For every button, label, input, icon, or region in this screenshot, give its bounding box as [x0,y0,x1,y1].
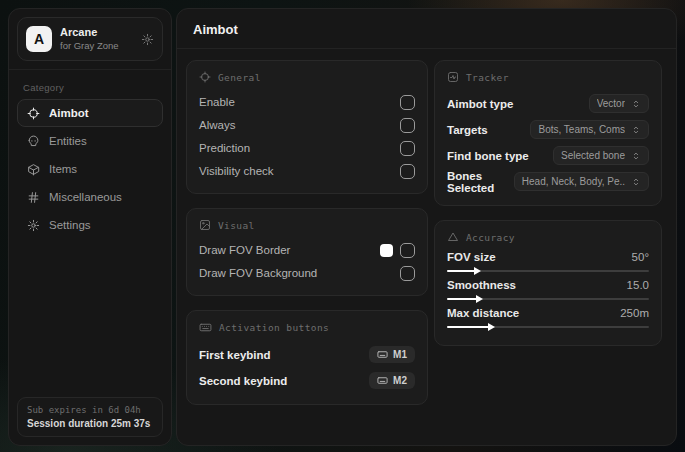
keybind-value: M2 [393,375,407,386]
card-title: Tracker [466,72,509,83]
row-label: Find bone type [447,150,529,162]
gear-icon[interactable] [141,33,154,46]
general-card-header: General [199,71,415,83]
sidebar: A Arcane for Gray Zone Category [8,8,172,446]
selected-value: Head, Neck, Body, Pe.. [522,176,625,187]
find-bone-type-row: Find bone type Selected bone [447,143,649,168]
accuracy-card: Accuracy FOV size 50° Smoothne [434,220,662,346]
selected-value: Vector [597,98,625,109]
subscription-info: Sub expires in 6d 04h Session duration 2… [17,397,163,437]
slider-fill [447,270,475,272]
row-label: Smoothness [447,279,516,291]
main-panel: Aimbot General Enable [176,8,677,446]
visual-row-fov-background: Draw FOV Background [199,262,415,284]
keyboard-icon [199,321,212,334]
chevrons-up-down-icon [631,99,641,109]
max-distance-row: Max distance 250m [447,307,649,328]
hash-icon [27,191,40,204]
box-icon [27,163,40,176]
chevrons-up-down-icon [631,125,641,135]
general-row-prediction: Prediction [199,137,415,159]
general-card: General Enable Always Prediction Visibil… [186,60,428,194]
draw-fov-background-checkbox[interactable] [400,266,415,281]
gear-icon [27,219,40,232]
slider-thumb[interactable] [476,295,483,303]
crosshair-icon [199,71,211,83]
visibility-check-checkbox[interactable] [400,164,415,179]
enable-checkbox[interactable] [400,95,415,110]
app-logo: A [26,26,52,52]
sidebar-item-label: Entities [49,135,87,147]
row-label: First keybind [199,349,271,361]
draw-fov-border-checkbox[interactable] [400,243,415,258]
slider-fill [447,326,489,328]
selected-value: Bots, Teams, Coms [538,124,625,135]
skull-icon [27,135,40,148]
smoothness-value: 15.0 [627,279,649,291]
sidebar-item-items[interactable]: Items [17,155,163,183]
sidebar-item-aimbot[interactable]: Aimbot [17,99,163,127]
left-column: General Enable Always Prediction Visibil… [186,60,428,405]
sidebar-item-miscellaneous[interactable]: Miscellaneous [17,183,163,211]
max-distance-slider[interactable] [447,326,649,328]
card-title: Visual [218,220,255,231]
aimbot-type-select[interactable]: Vector [589,94,649,113]
always-checkbox[interactable] [400,118,415,133]
card-title: General [218,72,261,83]
selected-value: Selected bone [561,150,625,161]
slider-thumb[interactable] [488,323,495,331]
second-keybind-row: Second keybind M2 [199,368,415,393]
visual-card-header: Visual [199,219,415,231]
prediction-checkbox[interactable] [400,141,415,156]
bones-selected-row: Bones Selected Head, Neck, Body, Pe.. [447,169,649,194]
session-duration-text: Session duration 25m 37s [27,418,153,429]
page-title: Aimbot [193,22,660,37]
aimbot-type-row: Aimbot type Vector [447,91,649,116]
fov-size-row: FOV size 50° [447,251,649,272]
row-label: Visibility check [199,165,274,177]
keyboard-icon [377,349,388,360]
general-row-enable: Enable [199,91,415,113]
row-label: Prediction [199,142,250,154]
tracker-card-header: Tracker [447,71,649,83]
smoothness-slider[interactable] [447,298,649,300]
slider-fill [447,298,477,300]
row-label: Enable [199,96,235,108]
targets-select[interactable]: Bots, Teams, Coms [530,120,649,139]
row-label: Draw FOV Border [199,244,290,256]
row-label: Always [199,119,235,131]
chevrons-up-down-icon [631,151,641,161]
activity-icon [447,71,459,83]
crosshair-icon [27,107,40,120]
accuracy-card-header: Accuracy [447,231,649,243]
activation-buttons-card: Activation buttons First keybind M1 S [186,310,428,405]
sidebar-item-label: Settings [49,219,91,231]
fov-border-color-swatch[interactable] [380,244,393,257]
app-subtitle: for Gray Zone [60,40,119,52]
general-row-always: Always [199,114,415,136]
second-keybind-button[interactable]: M2 [369,372,415,389]
slider-thumb[interactable] [474,267,481,275]
category-label: Category [23,82,157,93]
fov-size-slider[interactable] [447,270,649,272]
fov-size-value: 50° [632,251,649,263]
row-label: Draw FOV Background [199,267,317,279]
activation-card-header: Activation buttons [199,321,415,334]
bones-selected-select[interactable]: Head, Neck, Body, Pe.. [514,172,649,191]
sidebar-nav: Aimbot Entities Items [9,99,171,239]
visual-card: Visual Draw FOV Border Draw FOV Backgrou… [186,208,428,296]
first-keybind-button[interactable]: M1 [369,346,415,363]
max-distance-value: 250m [620,307,649,319]
keybind-value: M1 [393,349,407,360]
keyboard-icon [377,375,388,386]
app-title: Arcane [60,26,119,40]
smoothness-row: Smoothness 15.0 [447,279,649,300]
sidebar-item-entities[interactable]: Entities [17,127,163,155]
sidebar-item-settings[interactable]: Settings [17,211,163,239]
row-label: Second keybind [199,375,287,387]
sub-expires-text: Sub expires in 6d 04h [27,405,153,415]
sidebar-item-label: Aimbot [49,107,89,119]
visual-row-fov-border: Draw FOV Border [199,239,415,261]
card-title: Activation buttons [219,322,329,333]
find-bone-type-select[interactable]: Selected bone [553,146,649,165]
